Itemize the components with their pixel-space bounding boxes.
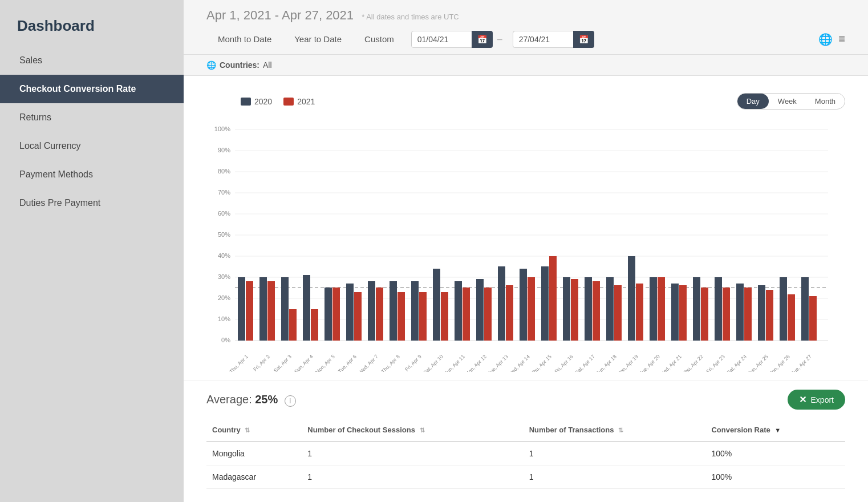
svg-rect-69 [571, 279, 578, 341]
start-calendar-icon[interactable]: 📅 [472, 31, 493, 48]
start-date-group: 📅 [411, 31, 493, 48]
svg-text:50%: 50% [218, 231, 230, 238]
svg-text:60%: 60% [218, 210, 230, 217]
svg-rect-56 [476, 279, 484, 341]
col-transactions: Number of Transactions ⇅ [524, 419, 706, 442]
sidebar-item-local-currency[interactable]: Local Currency [0, 132, 184, 160]
col-conversion-rate: Conversion Rate ▼ [705, 419, 845, 442]
svg-text:Sat, Apr 3: Sat, Apr 3 [273, 354, 293, 372]
svg-rect-41 [368, 281, 375, 341]
end-date-group: 📅 [513, 31, 594, 48]
svg-rect-23 [238, 277, 245, 341]
legend-2020-box [241, 98, 251, 106]
chart-svg: 100% 90% 80% 70% 60% 50% 40% 30% 20% 10%… [206, 115, 834, 372]
countries-value[interactable]: All [263, 60, 272, 70]
svg-text:Mon, Apr 12: Mon, Apr 12 [464, 354, 488, 372]
svg-text:Wed, Apr 21: Wed, Apr 21 [659, 354, 683, 372]
svg-rect-63 [528, 277, 535, 341]
sidebar: Dashboard Sales Checkout Conversion Rate… [0, 0, 184, 502]
conversion-sort-icon[interactable]: ▼ [774, 427, 781, 434]
svg-rect-51 [441, 292, 448, 341]
svg-rect-38 [346, 284, 354, 341]
export-button[interactable]: ✕ Export [788, 390, 845, 410]
svg-text:Fri, Apr 23: Fri, Apr 23 [705, 354, 726, 372]
svg-text:Sat, Apr 24: Sat, Apr 24 [725, 354, 748, 372]
svg-text:Sat, Apr 10: Sat, Apr 10 [422, 354, 444, 372]
period-week-button[interactable]: Week [769, 94, 806, 109]
svg-rect-77 [628, 256, 635, 341]
svg-rect-80 [650, 277, 657, 341]
svg-rect-66 [549, 256, 557, 341]
header-right-controls: 🌐 ≡ [818, 33, 845, 46]
svg-rect-39 [354, 292, 362, 341]
country-sort-icon[interactable]: ⇅ [245, 427, 250, 434]
end-calendar-icon[interactable]: 📅 [573, 31, 594, 48]
svg-text:40%: 40% [218, 252, 230, 259]
svg-rect-29 [281, 277, 289, 341]
start-date-input[interactable] [411, 31, 474, 48]
filter-icon[interactable]: ≡ [838, 33, 845, 46]
svg-rect-81 [658, 277, 665, 341]
legend-2020: 2020 [241, 97, 272, 106]
svg-text:Mon, Apr 19: Mon, Apr 19 [616, 354, 639, 372]
globe-small-icon: 🌐 [206, 60, 216, 70]
sidebar-item-duties-pre-payment[interactable]: Duties Pre Payment [0, 189, 184, 217]
svg-text:20%: 20% [218, 294, 230, 301]
cell-conversion-rate: 100% [705, 465, 845, 489]
date-range: Apr 1, 2021 - Apr 27, 2021 * All dates a… [206, 8, 845, 23]
sidebar-item-payment-methods[interactable]: Payment Methods [0, 160, 184, 189]
svg-rect-24 [246, 281, 253, 341]
svg-rect-68 [563, 277, 570, 341]
svg-text:80%: 80% [218, 168, 230, 175]
sidebar-item-checkout-conversion-rate[interactable]: Checkout Conversion Rate [0, 75, 184, 103]
svg-rect-59 [498, 266, 505, 341]
end-date-input[interactable] [513, 31, 575, 48]
svg-rect-102 [809, 296, 817, 341]
tab-year-to-date[interactable]: Year to Date [283, 30, 353, 48]
svg-rect-87 [701, 288, 708, 341]
cell-transactions: 1 [524, 465, 706, 489]
svg-rect-45 [398, 292, 405, 341]
svg-rect-90 [723, 288, 730, 341]
cell-country: Mongolia [206, 442, 302, 465]
svg-text:Thu, Apr 1: Thu, Apr 1 [229, 354, 249, 372]
sidebar-item-sales[interactable]: Sales [0, 46, 184, 75]
bar-chart: 100% 90% 80% 70% 60% 50% 40% 30% 20% 10%… [206, 115, 845, 374]
svg-rect-101 [801, 277, 809, 341]
period-day-button[interactable]: Day [737, 94, 769, 109]
svg-rect-27 [267, 281, 275, 341]
stats-bar: Average: 25% i ✕ Export [184, 380, 868, 419]
sidebar-item-returns[interactable]: Returns [0, 103, 184, 132]
svg-rect-33 [311, 309, 318, 341]
export-x-icon: ✕ [799, 394, 806, 405]
globe-icon[interactable]: 🌐 [818, 33, 833, 46]
svg-rect-96 [766, 290, 773, 341]
transactions-sort-icon[interactable]: ⇅ [618, 427, 623, 434]
period-month-button[interactable]: Month [806, 94, 845, 109]
table-row: Mongolia 1 1 100% [206, 442, 845, 465]
info-icon[interactable]: i [285, 395, 296, 407]
svg-text:Tue, Apr 20: Tue, Apr 20 [638, 354, 661, 372]
svg-rect-84 [679, 285, 687, 341]
tab-month-to-date[interactable]: Month to Date [206, 30, 283, 48]
cell-checkout-sessions: 1 [302, 442, 523, 465]
svg-text:Tue, Apr 27: Tue, Apr 27 [790, 354, 813, 372]
svg-rect-48 [419, 292, 427, 341]
svg-rect-74 [606, 277, 614, 341]
table-header-row: Country ⇅ Number of Checkout Sessions ⇅ … [206, 419, 845, 442]
checkout-sort-icon[interactable]: ⇅ [420, 427, 425, 434]
tab-custom[interactable]: Custom [353, 30, 405, 48]
cell-transactions: 1 [524, 442, 706, 465]
cell-conversion-rate: 100% [705, 442, 845, 465]
svg-rect-86 [693, 277, 700, 341]
header-controls: Month to Date Year to Date Custom 📅 – 📅 … [206, 30, 845, 48]
svg-rect-32 [303, 275, 310, 341]
chart-legend: 2020 2021 [241, 97, 315, 106]
svg-text:Fri, Apr 9: Fri, Apr 9 [404, 354, 423, 372]
svg-text:Sun, Apr 25: Sun, Apr 25 [747, 354, 769, 372]
svg-text:Tue, Apr 6: Tue, Apr 6 [337, 354, 358, 372]
svg-text:Wed, Apr 14: Wed, Apr 14 [507, 354, 531, 372]
chart-controls: 2020 2021 Day Week Month [206, 93, 845, 110]
main-content: Apr 1, 2021 - Apr 27, 2021 * All dates a… [184, 0, 868, 502]
countries-filter-bar: 🌐 Countries: All [184, 55, 868, 76]
